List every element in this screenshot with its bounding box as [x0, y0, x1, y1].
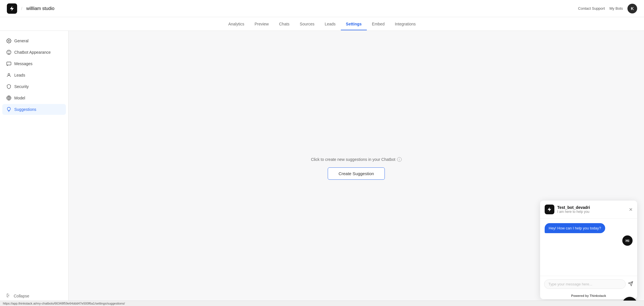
suggestion-hint: Click to create new suggestions in your … [311, 157, 402, 162]
nav-chats[interactable]: Chats [274, 18, 295, 30]
brand-name: willliam studio [26, 6, 55, 11]
statusbar: https://app.thinkstack.ai/my-chatbots/66… [0, 301, 644, 306]
chat-header-left: Test_bot_devadri I am here to help you [545, 205, 590, 214]
chat-send-button[interactable] [628, 281, 633, 287]
svg-point-4 [9, 51, 10, 52]
sidebar-label-chatbot-appearance: Chatbot Appearance [14, 50, 51, 55]
collapse-button[interactable]: Collapse [6, 293, 62, 299]
create-suggestion-button[interactable]: Create Suggestion [328, 167, 385, 180]
powered-by-text: Powered by [571, 294, 590, 297]
svg-point-2 [8, 51, 8, 52]
sidebar-item-general[interactable]: General [2, 35, 66, 46]
suggestion-area: Click to create new suggestions in your … [311, 157, 402, 180]
sidebar-label-model: Model [14, 96, 25, 100]
chat-messages: Hey! How can I help you today? Hi [540, 219, 637, 276]
my-bots-link[interactable]: My Bots [609, 6, 623, 11]
topbar: / willliam studio Contact Support My Bot… [0, 0, 644, 17]
contact-support-link[interactable]: Contact Support [578, 6, 605, 11]
sidebar-item-messages[interactable]: Messages [2, 58, 66, 69]
chat-widget: Test_bot_devadri I am here to help you ✕… [540, 201, 637, 299]
powered-brand: Thinkstack [590, 294, 606, 297]
bot-bubble-text: Hey! How can I help you today? [545, 223, 605, 233]
gear-icon [6, 38, 11, 43]
nav-analytics[interactable]: Analytics [223, 18, 249, 30]
user-icon [6, 73, 11, 78]
shield-icon [6, 84, 11, 89]
status-url: https://app.thinkstack.ai/my-chatbots/66… [3, 302, 125, 305]
avatar[interactable]: K [627, 4, 637, 13]
sidebar-label-general: General [14, 39, 29, 43]
chat-footer: Powered by Thinkstack [540, 292, 637, 299]
chat-input[interactable] [544, 279, 626, 289]
sidebar-items: General Chatbot Appearance [2, 35, 66, 115]
main-layout: General Chatbot Appearance [0, 31, 644, 306]
chat-input-area [540, 276, 637, 292]
sidebar-bottom: Collapse [2, 290, 66, 301]
chat-bot-name: Test_bot_devadri [557, 205, 590, 210]
collapse-icon [6, 293, 11, 299]
sidebar-item-security[interactable]: Security [2, 81, 66, 92]
sidebar-item-chatbot-appearance[interactable]: Chatbot Appearance [2, 47, 66, 58]
collapse-label: Collapse [14, 294, 29, 298]
sidebar-label-suggestions: Suggestions [14, 107, 36, 112]
svg-point-1 [7, 50, 11, 55]
chat-bot-icon [545, 205, 554, 214]
bulb-icon [6, 107, 11, 112]
topbar-separator: / [21, 6, 22, 11]
chat-bot-subtitle: I am here to help you [557, 210, 590, 214]
svg-point-6 [8, 73, 10, 75]
nav-leads[interactable]: Leads [319, 18, 341, 30]
chat-close-button[interactable]: ✕ [629, 207, 633, 212]
nav-sources[interactable]: Sources [295, 18, 319, 30]
topbar-left: / willliam studio [7, 3, 55, 14]
palette-icon [6, 50, 11, 55]
nav-settings[interactable]: Settings [341, 18, 367, 30]
sidebar-item-leads[interactable]: Leads [2, 70, 66, 81]
sidebar: General Chatbot Appearance [0, 31, 69, 306]
globe-icon [6, 95, 11, 101]
message-icon [6, 61, 11, 66]
logo-icon[interactable] [7, 3, 17, 14]
svg-rect-5 [7, 62, 11, 65]
info-icon: i [397, 157, 402, 162]
nav-preview[interactable]: Preview [249, 18, 274, 30]
sidebar-label-messages: Messages [14, 61, 33, 66]
main-nav: Analytics Preview Chats Sources Leads Se… [0, 17, 644, 31]
svg-point-0 [8, 40, 10, 42]
main-content: Click to create new suggestions in your … [69, 31, 644, 306]
bot-message-bubble: Hey! How can I help you today? [545, 223, 633, 233]
svg-point-3 [9, 51, 9, 51]
sidebar-label-leads: Leads [14, 73, 25, 77]
sidebar-label-security: Security [14, 84, 29, 89]
sidebar-item-suggestions[interactable]: Suggestions [2, 104, 66, 115]
nav-embed[interactable]: Embed [367, 18, 390, 30]
topbar-right: Contact Support My Bots K [578, 4, 637, 13]
chat-bot-info: Test_bot_devadri I am here to help you [557, 205, 590, 214]
user-bubble: Hi [622, 235, 633, 246]
sidebar-item-model[interactable]: Model [2, 93, 66, 103]
hint-text: Click to create new suggestions in your … [311, 157, 395, 162]
chat-header: Test_bot_devadri I am here to help you ✕ [540, 201, 637, 219]
nav-integrations[interactable]: Integrations [390, 18, 421, 30]
